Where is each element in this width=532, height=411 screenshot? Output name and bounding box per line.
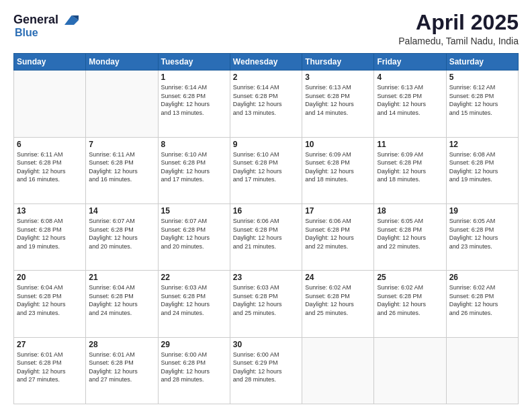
calendar-cell [14, 71, 86, 137]
day-info: Sunrise: 6:12 AM Sunset: 6:28 PM Dayligh… [449, 83, 515, 117]
day-info: Sunrise: 6:13 AM Sunset: 6:28 PM Dayligh… [377, 83, 443, 117]
day-number: 19 [449, 206, 515, 216]
day-info: Sunrise: 6:08 AM Sunset: 6:28 PM Dayligh… [17, 217, 83, 250]
day-number: 27 [17, 340, 83, 349]
day-number: 18 [377, 206, 443, 216]
calendar-cell [446, 337, 518, 404]
day-number: 23 [233, 273, 299, 282]
calendar-cell: 23Sunrise: 6:03 AM Sunset: 6:28 PM Dayli… [230, 271, 302, 337]
day-number: 9 [233, 140, 299, 149]
day-number: 30 [233, 340, 299, 349]
calendar-cell: 8Sunrise: 6:10 AM Sunset: 6:28 PM Daylig… [158, 137, 230, 203]
calendar-cell: 21Sunrise: 6:04 AM Sunset: 6:28 PM Dayli… [86, 271, 158, 337]
day-number: 26 [449, 273, 515, 282]
calendar-cell [86, 71, 158, 137]
day-info: Sunrise: 6:11 AM Sunset: 6:28 PM Dayligh… [89, 150, 154, 184]
weekday-header: Friday [374, 54, 446, 71]
calendar-cell: 2Sunrise: 6:14 AM Sunset: 6:28 PM Daylig… [230, 71, 302, 137]
day-info: Sunrise: 6:07 AM Sunset: 6:28 PM Dayligh… [89, 217, 154, 250]
day-number: 2 [233, 73, 299, 82]
day-info: Sunrise: 6:10 AM Sunset: 6:28 PM Dayligh… [233, 150, 299, 184]
weekday-header: Thursday [302, 54, 374, 71]
weekday-header: Wednesday [230, 54, 302, 71]
calendar-cell: 9Sunrise: 6:10 AM Sunset: 6:28 PM Daylig… [230, 137, 302, 203]
day-number: 17 [305, 206, 371, 216]
header: General Blue April 2025 Palamedu, Tamil … [13, 11, 519, 46]
week-row: 13Sunrise: 6:08 AM Sunset: 6:28 PM Dayli… [14, 203, 519, 270]
calendar-cell: 13Sunrise: 6:08 AM Sunset: 6:28 PM Dayli… [14, 203, 86, 270]
calendar-cell: 20Sunrise: 6:04 AM Sunset: 6:28 PM Dayli… [14, 271, 86, 337]
calendar-cell [374, 337, 446, 404]
calendar-cell: 12Sunrise: 6:08 AM Sunset: 6:28 PM Dayli… [446, 137, 518, 203]
day-number: 16 [233, 206, 299, 216]
day-info: Sunrise: 6:07 AM Sunset: 6:28 PM Dayligh… [161, 217, 227, 250]
calendar-cell: 11Sunrise: 6:09 AM Sunset: 6:28 PM Dayli… [374, 137, 446, 203]
day-info: Sunrise: 6:02 AM Sunset: 6:28 PM Dayligh… [305, 283, 371, 317]
day-info: Sunrise: 6:03 AM Sunset: 6:28 PM Dayligh… [161, 283, 227, 317]
calendar-cell: 3Sunrise: 6:13 AM Sunset: 6:28 PM Daylig… [302, 71, 374, 137]
logo: General Blue [13, 11, 79, 39]
day-number: 13 [17, 206, 83, 216]
day-info: Sunrise: 6:03 AM Sunset: 6:28 PM Dayligh… [233, 283, 299, 317]
day-number: 28 [89, 340, 154, 349]
day-info: Sunrise: 6:05 AM Sunset: 6:28 PM Dayligh… [377, 217, 443, 250]
day-number: 10 [305, 140, 371, 149]
calendar-cell: 5Sunrise: 6:12 AM Sunset: 6:28 PM Daylig… [446, 71, 518, 137]
day-info: Sunrise: 6:04 AM Sunset: 6:28 PM Dayligh… [17, 283, 83, 317]
calendar-cell: 19Sunrise: 6:05 AM Sunset: 6:28 PM Dayli… [446, 203, 518, 270]
week-row: 20Sunrise: 6:04 AM Sunset: 6:28 PM Dayli… [14, 271, 519, 337]
day-number: 20 [17, 273, 83, 282]
calendar-cell: 28Sunrise: 6:01 AM Sunset: 6:28 PM Dayli… [86, 337, 158, 404]
calendar-cell: 22Sunrise: 6:03 AM Sunset: 6:28 PM Dayli… [158, 271, 230, 337]
calendar-cell: 4Sunrise: 6:13 AM Sunset: 6:28 PM Daylig… [374, 71, 446, 137]
calendar-cell: 15Sunrise: 6:07 AM Sunset: 6:28 PM Dayli… [158, 203, 230, 270]
day-number: 11 [377, 140, 443, 149]
day-number: 6 [17, 140, 83, 149]
calendar-cell: 24Sunrise: 6:02 AM Sunset: 6:28 PM Dayli… [302, 271, 374, 337]
week-row: 6Sunrise: 6:11 AM Sunset: 6:28 PM Daylig… [14, 137, 519, 203]
day-info: Sunrise: 6:00 AM Sunset: 6:28 PM Dayligh… [161, 351, 227, 384]
weekday-header: Sunday [14, 54, 86, 71]
day-number: 4 [377, 73, 443, 82]
day-info: Sunrise: 6:02 AM Sunset: 6:28 PM Dayligh… [377, 283, 443, 317]
location-title: Palamedu, Tamil Nadu, India [398, 36, 519, 46]
day-number: 12 [449, 140, 515, 149]
calendar-cell: 6Sunrise: 6:11 AM Sunset: 6:28 PM Daylig… [14, 137, 86, 203]
day-info: Sunrise: 6:01 AM Sunset: 6:28 PM Dayligh… [17, 351, 83, 384]
day-number: 21 [89, 273, 154, 282]
day-info: Sunrise: 6:02 AM Sunset: 6:28 PM Dayligh… [449, 283, 515, 317]
day-info: Sunrise: 6:04 AM Sunset: 6:28 PM Dayligh… [89, 283, 154, 317]
day-info: Sunrise: 6:09 AM Sunset: 6:28 PM Dayligh… [377, 150, 443, 184]
weekday-header: Tuesday [158, 54, 230, 71]
calendar-cell: 27Sunrise: 6:01 AM Sunset: 6:28 PM Dayli… [14, 337, 86, 404]
day-info: Sunrise: 6:01 AM Sunset: 6:28 PM Dayligh… [89, 351, 154, 384]
day-info: Sunrise: 6:06 AM Sunset: 6:28 PM Dayligh… [233, 217, 299, 250]
day-number: 8 [161, 140, 227, 149]
calendar-cell: 26Sunrise: 6:02 AM Sunset: 6:28 PM Dayli… [446, 271, 518, 337]
day-number: 5 [449, 73, 515, 82]
day-number: 24 [305, 273, 371, 282]
day-number: 29 [161, 340, 227, 349]
day-number: 22 [161, 273, 227, 282]
calendar-cell: 16Sunrise: 6:06 AM Sunset: 6:28 PM Dayli… [230, 203, 302, 270]
day-number: 7 [89, 140, 154, 149]
calendar-cell: 1Sunrise: 6:14 AM Sunset: 6:28 PM Daylig… [158, 71, 230, 137]
calendar-cell: 10Sunrise: 6:09 AM Sunset: 6:28 PM Dayli… [302, 137, 374, 203]
day-number: 25 [377, 273, 443, 282]
weekday-header: Saturday [446, 54, 518, 71]
day-info: Sunrise: 6:09 AM Sunset: 6:28 PM Dayligh… [305, 150, 371, 184]
day-info: Sunrise: 6:11 AM Sunset: 6:28 PM Dayligh… [17, 150, 83, 184]
calendar-cell: 29Sunrise: 6:00 AM Sunset: 6:28 PM Dayli… [158, 337, 230, 404]
logo-subtext: Blue [15, 27, 38, 39]
month-title: April 2025 [398, 11, 519, 34]
calendar-cell: 14Sunrise: 6:07 AM Sunset: 6:28 PM Dayli… [86, 203, 158, 270]
day-number: 3 [305, 73, 371, 82]
day-info: Sunrise: 6:14 AM Sunset: 6:28 PM Dayligh… [161, 83, 227, 117]
day-info: Sunrise: 6:14 AM Sunset: 6:28 PM Dayligh… [233, 83, 299, 117]
day-info: Sunrise: 6:00 AM Sunset: 6:29 PM Dayligh… [233, 351, 299, 384]
calendar-header-row: SundayMondayTuesdayWednesdayThursdayFrid… [14, 54, 519, 71]
calendar-cell: 18Sunrise: 6:05 AM Sunset: 6:28 PM Dayli… [374, 203, 446, 270]
calendar-cell: 30Sunrise: 6:00 AM Sunset: 6:29 PM Dayli… [230, 337, 302, 404]
day-number: 1 [161, 73, 227, 82]
page: General Blue April 2025 Palamedu, Tamil … [0, 0, 532, 411]
